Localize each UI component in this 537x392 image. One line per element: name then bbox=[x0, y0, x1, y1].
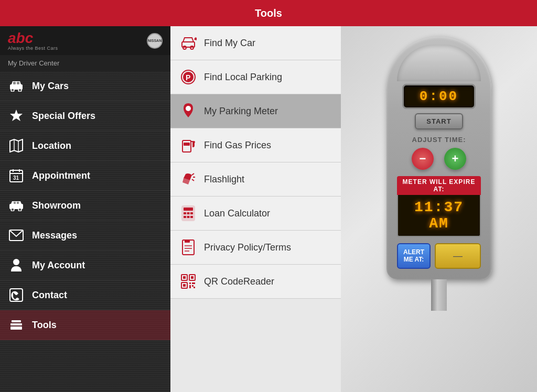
plus-button[interactable]: + bbox=[444, 148, 466, 170]
svg-rect-26 bbox=[12, 320, 21, 322]
svg-point-34 bbox=[186, 106, 191, 111]
alert-time-box[interactable]: — bbox=[435, 243, 481, 269]
plus-symbol: + bbox=[452, 153, 459, 165]
svg-rect-19 bbox=[14, 202, 16, 204]
svg-rect-57 bbox=[191, 276, 194, 279]
sidebar-item-label: Location bbox=[32, 140, 71, 151]
sidebar-logo: abc Always the Best Cars NISSAN bbox=[0, 26, 170, 55]
tool-item-qr-code-reader[interactable]: QR CodeReader bbox=[170, 265, 341, 299]
svg-rect-20 bbox=[17, 202, 19, 204]
svg-rect-24 bbox=[10, 326, 22, 330]
start-button[interactable]: START bbox=[415, 113, 463, 129]
tool-item-privacy-policy[interactable]: Privacy Policy/Terms bbox=[170, 231, 341, 265]
sidebar-item-label: Tools bbox=[32, 320, 57, 331]
parking-icon: P bbox=[179, 68, 198, 86]
meter-dome bbox=[397, 45, 481, 81]
sidebar-item-showroom[interactable]: Showroom bbox=[0, 191, 170, 221]
svg-marker-6 bbox=[10, 110, 23, 121]
calculator-icon bbox=[179, 204, 198, 223]
tool-item-find-local-parking[interactable]: P Find Local Parking bbox=[170, 60, 341, 94]
adjust-section: ADJUST TIME: − + bbox=[397, 136, 481, 170]
tool-item-loan-calculator[interactable]: Loan Calculator bbox=[170, 197, 341, 231]
svg-point-3 bbox=[18, 89, 22, 92]
sidebar-item-location[interactable]: Location bbox=[0, 131, 170, 161]
sidebar-item-special-offers[interactable]: Special Offers bbox=[0, 101, 170, 131]
sidebar-item-label: Contact bbox=[32, 290, 67, 301]
header-title: Tools bbox=[255, 7, 282, 19]
svg-rect-55 bbox=[183, 276, 186, 279]
map-icon bbox=[8, 137, 25, 154]
svg-line-40 bbox=[192, 179, 194, 181]
qr-icon bbox=[179, 272, 198, 291]
logo-container: abc Always the Best Cars bbox=[8, 31, 58, 51]
tool-item-label: Privacy Policy/Terms bbox=[204, 242, 291, 253]
logo-tagline: Always the Best Cars bbox=[8, 46, 58, 51]
svg-rect-36 bbox=[184, 143, 190, 146]
person-icon bbox=[8, 257, 25, 274]
meter-time: 0:00 bbox=[420, 89, 458, 104]
svg-marker-7 bbox=[10, 139, 23, 152]
find-my-car-icon bbox=[179, 34, 198, 52]
sidebar-item-my-account[interactable]: My Account bbox=[0, 251, 170, 280]
tool-item-label: Find My Car bbox=[204, 38, 255, 49]
svg-rect-50 bbox=[185, 240, 190, 243]
gas-icon bbox=[179, 136, 198, 155]
sidebar-item-tools[interactable]: Tools bbox=[0, 310, 170, 340]
svg-rect-44 bbox=[187, 212, 190, 214]
meter-head: 0:00 START ADJUST TIME: − + MET bbox=[386, 37, 491, 279]
alert-section: ALERT ME AT: — bbox=[397, 243, 481, 269]
sidebar-item-my-cars[interactable]: My Cars bbox=[0, 71, 170, 101]
svg-point-2 bbox=[11, 89, 14, 92]
svg-rect-43 bbox=[184, 212, 186, 214]
car-icon bbox=[8, 78, 25, 94]
meter-time-display: 0:00 bbox=[402, 84, 476, 109]
svg-rect-62 bbox=[189, 285, 191, 287]
sidebar-item-label: Special Offers bbox=[32, 111, 95, 122]
tool-item-label: Loan Calculator bbox=[204, 208, 270, 219]
tool-item-my-parking-meter[interactable]: My Parking Meter bbox=[170, 94, 341, 128]
svg-point-18 bbox=[18, 208, 22, 211]
app-header: Tools bbox=[0, 0, 537, 26]
sidebar-item-appointment[interactable]: 31 Appointment bbox=[0, 161, 170, 191]
svg-rect-64 bbox=[194, 282, 195, 284]
alert-me-button[interactable]: ALERT ME AT: bbox=[397, 243, 431, 269]
tool-item-label: Find Local Parking bbox=[204, 72, 282, 83]
sidebar-item-label: My Cars bbox=[32, 81, 69, 92]
star-icon bbox=[8, 107, 25, 124]
sidebar-item-contact[interactable]: Contact bbox=[0, 280, 170, 310]
calendar-icon: 31 bbox=[8, 167, 25, 184]
svg-rect-45 bbox=[190, 212, 193, 214]
logo-text: abc bbox=[8, 31, 33, 46]
showroom-icon bbox=[8, 197, 25, 214]
svg-rect-5 bbox=[17, 82, 19, 84]
svg-rect-59 bbox=[183, 284, 186, 287]
svg-rect-46 bbox=[184, 216, 186, 218]
svg-marker-1 bbox=[12, 81, 21, 84]
meter-pole bbox=[431, 279, 447, 311]
minus-button[interactable]: − bbox=[412, 148, 434, 170]
svg-line-38 bbox=[192, 173, 194, 175]
tools-panel: Find My Car P Find Local Parking My Pa bbox=[170, 26, 341, 392]
svg-rect-66 bbox=[189, 287, 191, 288]
tool-item-find-my-car[interactable]: Find My Car bbox=[170, 26, 341, 60]
tool-item-label: QR CodeReader bbox=[204, 276, 274, 287]
tool-item-label: Find Gas Prices bbox=[204, 140, 271, 151]
sidebar-item-label: My Account bbox=[32, 260, 85, 271]
svg-rect-48 bbox=[190, 216, 193, 218]
svg-rect-47 bbox=[187, 216, 190, 218]
svg-point-37 bbox=[193, 141, 195, 143]
tool-item-find-gas-prices[interactable]: Find Gas Prices bbox=[170, 128, 341, 162]
flashlight-icon bbox=[179, 170, 198, 189]
meter-pin-icon bbox=[179, 102, 198, 121]
minus-symbol: − bbox=[420, 153, 426, 165]
svg-text:31: 31 bbox=[13, 175, 19, 181]
expire-time: 11:37 AM bbox=[414, 199, 464, 232]
sidebar-item-messages[interactable]: Messages bbox=[0, 221, 170, 251]
svg-rect-25 bbox=[10, 323, 22, 325]
svg-rect-63 bbox=[192, 285, 194, 287]
tool-item-label: Flashlight bbox=[204, 174, 244, 185]
expire-label: METER WILL EXPIRE AT: bbox=[397, 176, 481, 195]
envelope-icon bbox=[8, 227, 25, 244]
tool-item-flashlight[interactable]: Flashlight bbox=[170, 162, 341, 197]
svg-point-22 bbox=[13, 259, 19, 265]
